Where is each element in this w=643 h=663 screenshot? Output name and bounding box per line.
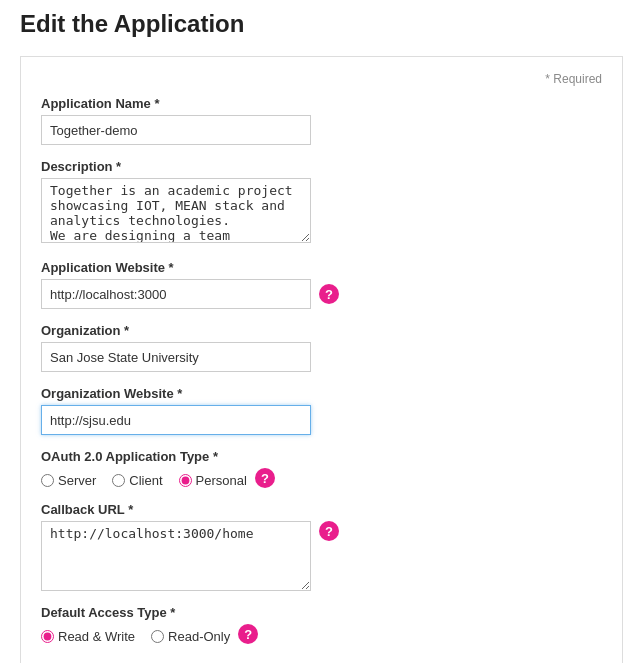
app-name-label: Application Name * — [41, 96, 602, 111]
org-website-label: Organization Website * — [41, 386, 602, 401]
callback-url-group: Callback URL * http://localhost:3000/hom… — [41, 502, 602, 591]
oauth-type-radio-group: Server Client Personal — [41, 473, 247, 488]
access-type-radio-group: Read & Write Read-Only — [41, 629, 230, 644]
oauth-client-radio[interactable] — [112, 474, 125, 487]
access-type-label: Default Access Type * — [41, 605, 602, 620]
oauth-type-group: OAuth 2.0 Application Type * Server Clie… — [41, 449, 602, 488]
organization-input[interactable] — [41, 342, 311, 372]
access-read-only-radio[interactable] — [151, 630, 164, 643]
organization-group: Organization * — [41, 323, 602, 372]
callback-url-help-icon[interactable]: ? — [319, 521, 339, 541]
oauth-server-radio[interactable] — [41, 474, 54, 487]
app-website-input[interactable] — [41, 279, 311, 309]
app-website-input-wrapper: ? — [41, 279, 602, 309]
description-label: Description * — [41, 159, 602, 174]
description-group: Description * Together is an academic pr… — [41, 159, 602, 246]
access-read-only-label[interactable]: Read-Only — [168, 629, 230, 644]
access-read-only-option[interactable]: Read-Only — [151, 629, 230, 644]
org-website-input[interactable] — [41, 405, 311, 435]
page-title: Edit the Application — [20, 10, 623, 46]
oauth-server-label[interactable]: Server — [58, 473, 96, 488]
oauth-server-option[interactable]: Server — [41, 473, 96, 488]
oauth-personal-label[interactable]: Personal — [196, 473, 247, 488]
oauth-personal-option[interactable]: Personal — [179, 473, 247, 488]
oauth-type-options-wrapper: Server Client Personal ? — [41, 468, 602, 488]
app-website-group: Application Website * ? — [41, 260, 602, 309]
description-input[interactable]: Together is an academic project showcasi… — [41, 178, 311, 243]
app-website-help-icon[interactable]: ? — [319, 284, 339, 304]
organization-label: Organization * — [41, 323, 602, 338]
oauth-type-help-icon[interactable]: ? — [255, 468, 275, 488]
access-read-write-label[interactable]: Read & Write — [58, 629, 135, 644]
app-website-label: Application Website * — [41, 260, 602, 275]
oauth-personal-radio[interactable] — [179, 474, 192, 487]
access-read-write-option[interactable]: Read & Write — [41, 629, 135, 644]
access-read-write-radio[interactable] — [41, 630, 54, 643]
access-type-group: Default Access Type * Read & Write Read-… — [41, 605, 602, 644]
oauth-type-label: OAuth 2.0 Application Type * — [41, 449, 602, 464]
app-name-group: Application Name * — [41, 96, 602, 145]
access-type-options-wrapper: Read & Write Read-Only ? — [41, 624, 602, 644]
access-type-help-icon[interactable]: ? — [238, 624, 258, 644]
callback-url-label: Callback URL * — [41, 502, 602, 517]
org-website-group: Organization Website * — [41, 386, 602, 435]
oauth-client-option[interactable]: Client — [112, 473, 162, 488]
page-wrapper: Edit the Application * Required Applicat… — [0, 0, 643, 663]
callback-url-input[interactable]: http://localhost:3000/home — [41, 521, 311, 591]
callback-url-wrapper: http://localhost:3000/home ? — [41, 521, 602, 591]
required-note: * Required — [41, 72, 602, 86]
oauth-client-label[interactable]: Client — [129, 473, 162, 488]
app-name-input[interactable] — [41, 115, 311, 145]
form-container: * Required Application Name * Descriptio… — [20, 56, 623, 663]
